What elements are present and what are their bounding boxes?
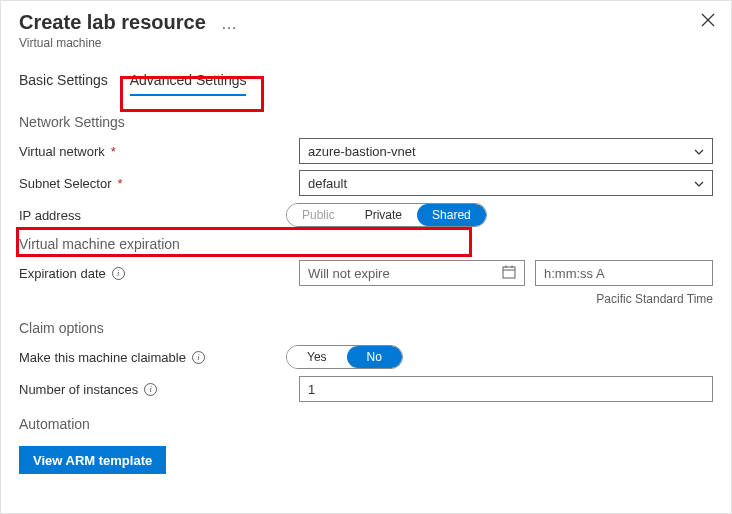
section-claim: Claim options <box>19 320 713 336</box>
section-automation: Automation <box>19 416 713 432</box>
instances-input[interactable] <box>299 376 713 402</box>
instances-label: Number of instances i <box>19 382 299 397</box>
expiration-date-input[interactable]: Will not expire <box>299 260 525 286</box>
section-expiration: Virtual machine expiration <box>19 236 713 252</box>
tabs: Basic Settings Advanced Settings <box>1 50 731 96</box>
ip-option-public[interactable]: Public <box>287 204 350 226</box>
claimable-no[interactable]: No <box>347 346 402 368</box>
ip-address-label: IP address <box>19 208 299 223</box>
chevron-down-icon <box>694 178 704 189</box>
info-icon[interactable]: i <box>192 351 205 364</box>
ip-option-private[interactable]: Private <box>350 204 417 226</box>
claimable-label: Make this machine claimable i <box>19 350 299 365</box>
section-network: Network Settings <box>19 114 713 130</box>
subnet-label: Subnet Selector * <box>19 176 299 191</box>
close-icon[interactable] <box>701 13 715 31</box>
ip-address-toggle: Public Private Shared <box>286 203 487 227</box>
vnet-label: Virtual network * <box>19 144 299 159</box>
ip-option-shared[interactable]: Shared <box>417 204 486 226</box>
claimable-toggle: Yes No <box>286 345 403 369</box>
page-subtitle: Virtual machine <box>19 36 713 50</box>
subnet-select[interactable]: default <box>299 170 713 196</box>
info-icon[interactable]: i <box>144 383 157 396</box>
page-title: Create lab resource <box>19 11 713 34</box>
view-arm-template-button[interactable]: View ARM template <box>19 446 166 474</box>
claimable-yes[interactable]: Yes <box>287 346 347 368</box>
timezone-note: Pacific Standard Time <box>19 292 713 306</box>
expiration-date-label: Expiration date i <box>19 266 299 281</box>
calendar-icon <box>502 265 516 282</box>
vnet-select[interactable]: azure-bastion-vnet <box>299 138 713 164</box>
tab-advanced-settings[interactable]: Advanced Settings <box>130 72 247 96</box>
chevron-down-icon <box>694 146 704 157</box>
info-icon[interactable]: i <box>112 267 125 280</box>
more-icon[interactable]: … <box>221 15 238 33</box>
svg-rect-0 <box>503 267 515 278</box>
expiration-time-input[interactable]: h:mm:ss A <box>535 260 713 286</box>
tab-basic-settings[interactable]: Basic Settings <box>19 72 108 96</box>
